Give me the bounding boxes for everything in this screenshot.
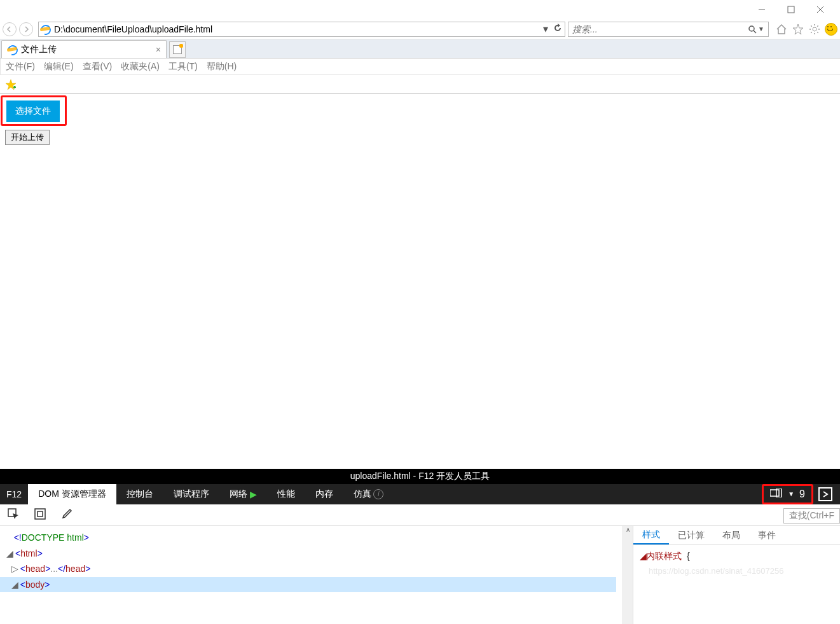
favorites-star-icon[interactable] — [792, 23, 804, 36]
info-icon: i — [373, 489, 383, 499]
inline-style-rule[interactable]: ◢内联样式{ — [640, 549, 834, 564]
find-input[interactable]: 查找(Ctrl+F — [783, 508, 840, 523]
forward-button[interactable] — [19, 22, 33, 36]
highlight-element-icon[interactable] — [34, 508, 46, 522]
menu-view[interactable]: 查看(V) — [83, 61, 113, 73]
error-count: 9 — [799, 489, 805, 500]
dom-doctype[interactable]: <!DOCTYPE html> — [6, 530, 616, 546]
annotation-highlight-select-file — [1, 95, 67, 126]
dom-head[interactable]: ▷<head>...</head> — [6, 561, 616, 577]
window-titlebar — [0, 0, 840, 19]
svg-rect-10 — [35, 509, 45, 519]
new-tab-button[interactable] — [169, 41, 186, 58]
address-bar: ▾ — [38, 22, 565, 37]
devtools-title: uploadFile.html - F12 开发人员工具 — [0, 469, 840, 484]
devtools-tab-bar: F12 DOM 资源管理器 控制台 调试程序 网络 ▶ 性能 内存 仿真 i ▼… — [0, 484, 840, 504]
expand-panel-icon[interactable] — [818, 487, 832, 501]
color-picker-icon[interactable] — [61, 508, 72, 522]
search-input[interactable] — [572, 24, 748, 34]
devtools-tab-emulation[interactable]: 仿真 i — [343, 484, 394, 504]
select-element-icon[interactable] — [8, 508, 19, 522]
navigation-bar: ▾ ▼ — [0, 19, 840, 39]
devtools-panel: uploadFile.html - F12 开发人员工具 F12 DOM 资源管… — [0, 469, 840, 624]
styles-tabs: 样式 已计算 布局 事件 — [633, 526, 840, 545]
annotation-highlight-errors: ▼ 9 — [762, 484, 813, 504]
tab-bar: 文件上传 × — [0, 39, 840, 59]
tab-close-icon[interactable]: × — [156, 45, 161, 55]
home-icon[interactable] — [775, 23, 788, 36]
add-favorite-icon[interactable] — [5, 79, 17, 90]
menu-file[interactable]: 文件(F) — [6, 61, 35, 73]
styles-tab-styles[interactable]: 样式 — [633, 526, 669, 544]
devtools-toolbar: 查找(Ctrl+F — [0, 504, 840, 526]
search-icon[interactable]: ▼ — [748, 25, 764, 34]
menu-edit[interactable]: 编辑(E) — [44, 61, 74, 73]
svg-point-6 — [813, 27, 816, 31]
minimize-button[interactable] — [747, 0, 776, 19]
menu-help[interactable]: 帮助(H) — [207, 61, 237, 73]
dom-scrollbar[interactable]: ∧ — [623, 526, 633, 624]
devtools-tab-debugger[interactable]: 调试程序 — [163, 484, 219, 504]
refresh-icon[interactable] — [553, 24, 562, 35]
svg-rect-11 — [38, 511, 43, 517]
devtools-tab-dom[interactable]: DOM 资源管理器 — [28, 484, 116, 504]
svg-rect-1 — [788, 6, 794, 13]
styles-body: ◢内联样式{ https://blog.csdn.net/sinat_41607… — [633, 545, 840, 582]
devtools-tab-performance[interactable]: 性能 — [267, 484, 305, 504]
close-button[interactable] — [806, 0, 835, 19]
favorites-bar — [0, 75, 840, 94]
styles-panel: 样式 已计算 布局 事件 ◢内联样式{ https://blog.csdn.ne… — [633, 526, 840, 624]
tab-title: 文件上传 — [21, 44, 57, 55]
menu-favorites[interactable]: 收藏夹(A) — [121, 61, 160, 73]
dropdown-icon[interactable]: ▼ — [788, 490, 794, 497]
feedback-smiley-icon[interactable] — [825, 23, 837, 36]
watermark: https://blog.csdn.net/sinat_41607256 — [640, 564, 834, 578]
search-box: ▼ — [568, 22, 769, 37]
devtools-f12-label: F12 — [0, 484, 28, 504]
play-icon: ▶ — [250, 489, 257, 499]
devtools-tab-memory[interactable]: 内存 — [305, 484, 343, 504]
dropdown-icon[interactable]: ▾ — [543, 23, 548, 35]
devtools-tab-console[interactable]: 控制台 — [116, 484, 163, 504]
tab-favicon — [7, 45, 17, 55]
back-button[interactable] — [3, 22, 17, 36]
svg-line-5 — [754, 31, 756, 33]
menu-tools[interactable]: 工具(T) — [169, 61, 198, 73]
start-upload-button[interactable]: 开始上传 — [5, 130, 50, 145]
browser-tab[interactable]: 文件上传 × — [1, 40, 167, 58]
styles-tab-computed[interactable]: 已计算 — [669, 526, 713, 544]
top-right-icons — [771, 23, 837, 36]
menu-bar: 文件(F) 编辑(E) 查看(V) 收藏夹(A) 工具(T) 帮助(H) — [0, 59, 840, 75]
devtools-tab-network[interactable]: 网络 ▶ — [219, 484, 267, 504]
dom-body-selected[interactable]: ◢<body> — [0, 577, 616, 593]
maximize-button[interactable] — [776, 0, 806, 19]
styles-tab-layout[interactable]: 布局 — [713, 526, 749, 544]
dom-tree[interactable]: <!DOCTYPE html> ◢<html> ▷<head>...</head… — [0, 526, 623, 624]
svg-rect-7 — [770, 490, 779, 496]
settings-gear-icon[interactable] — [808, 23, 821, 36]
url-input[interactable] — [52, 24, 543, 34]
device-icon[interactable] — [770, 489, 783, 500]
devtools-body: <!DOCTYPE html> ◢<html> ▷<head>...</head… — [0, 526, 840, 624]
dom-html[interactable]: ◢<html> — [6, 546, 616, 562]
svg-point-4 — [749, 26, 754, 31]
styles-tab-events[interactable]: 事件 — [749, 526, 785, 544]
page-content: 选择文件 开始上传 — [0, 94, 840, 150]
page-icon — [39, 24, 52, 34]
